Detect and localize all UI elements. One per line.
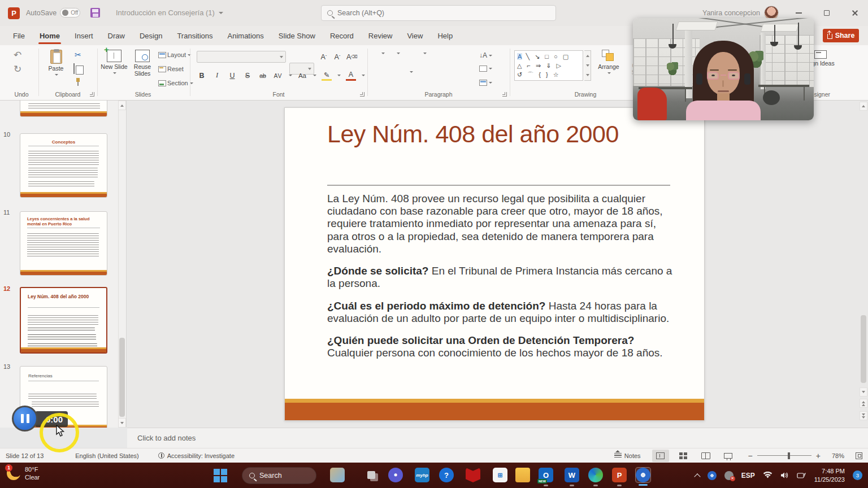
font-color-button[interactable]: A [346,70,356,81]
office-search-box[interactable] [321,5,556,21]
text-direction-button[interactable]: ↓A [479,51,492,59]
strikethrough-button[interactable]: S [242,70,253,81]
powerpoint-logo-icon[interactable]: P [8,7,20,19]
slide-12[interactable]: Ley Núm. 408 del año 2000 La Ley Núm. 40… [284,107,705,421]
volume-icon[interactable] [780,472,789,479]
thumbnail-scroll-up-button[interactable] [118,101,126,110]
tab-insert[interactable]: Insert [67,26,101,45]
wifi-icon[interactable] [763,472,772,479]
notification-badge[interactable]: 3 [853,470,862,480]
canvas-scrollbar[interactable] [860,101,868,428]
grow-font-button[interactable]: Aˆ [319,51,329,62]
shapes-gallery[interactable]: A ╲ ↘ □ ○ ▢ △ ⌐ ⇒ ⇓ ▷ ↺ ⌒ { } ☆ [514,50,583,81]
underline-button[interactable]: U [227,70,237,81]
tab-help[interactable]: Help [430,26,460,45]
autosave-toggle[interactable]: Off [60,8,80,18]
zoom-out-button[interactable]: − [748,451,753,460]
thumbnail-slide-9-partial[interactable] [20,101,107,117]
document-title[interactable]: Introducción en Consejería (1) [116,8,223,17]
normal-view-button[interactable] [652,450,669,462]
font-name-combo[interactable] [197,51,286,63]
undo-icon[interactable]: ↶ [14,50,21,60]
bold-button[interactable]: B [197,70,207,81]
font-dialog-launcher[interactable] [360,92,364,97]
copy-icon[interactable] [73,64,75,74]
canvas-scroll-up-button[interactable] [860,102,867,111]
align-text-button[interactable] [479,66,492,72]
tray-recorder-icon[interactable] [708,471,717,480]
user-name[interactable]: Yanira concepcion [702,9,760,17]
clipboard-dialog-launcher[interactable] [90,92,94,97]
start-button[interactable] [214,469,227,482]
new-slide-button[interactable]: New Slide [101,50,128,74]
notes-pane[interactable]: Click to add notes [127,428,868,448]
taskbar-app-duo[interactable]: ⏺ [388,467,403,483]
canvas-scroll-thumb[interactable] [861,315,866,383]
thumbnail-slide-10[interactable]: Conceptos [20,133,107,198]
share-button[interactable]: Share [823,29,859,42]
taskbar-app-get-help[interactable]: ? [439,467,454,483]
tab-record[interactable]: Record [323,26,361,45]
taskbar-app-file-explorer[interactable] [515,467,531,483]
taskbar-app-outlook[interactable]: O NEW [538,467,554,483]
text-highlight-button[interactable]: ✎ [322,70,332,81]
tab-draw[interactable]: Draw [101,26,132,45]
zoom-slider[interactable] [757,455,811,456]
slide-indicator[interactable]: Slide 12 of 13 [0,452,49,459]
pen-input-icon[interactable] [797,472,806,479]
shrink-font-button[interactable]: Aˇ [332,51,342,62]
cut-icon[interactable]: ✂ [75,51,81,59]
thumbnail-slide-11[interactable]: Leyes concernientes a la salud mental en… [20,211,107,276]
tab-view[interactable]: View [400,26,430,45]
paste-button[interactable]: Paste [44,50,68,76]
fit-slide-button[interactable] [850,452,868,459]
redo-icon[interactable]: ↻ [14,64,21,74]
section-button[interactable]: Section [158,80,193,86]
webcam-overlay[interactable] [633,18,814,120]
canvas-scroll-down-button[interactable] [860,387,867,396]
close-button[interactable] [847,7,863,19]
layout-button[interactable]: Layout [158,51,191,58]
tab-home[interactable]: Home [32,26,67,45]
thumbnail-scroll-down-button[interactable] [118,418,126,428]
accessibility-status[interactable]: Accessibility: Investigate [153,452,240,459]
reading-view-button[interactable] [697,450,714,462]
tab-slide-show[interactable]: Slide Show [271,26,323,45]
italic-button[interactable]: I [212,70,222,81]
tray-mcafee-icon[interactable]: ✕ [724,471,734,480]
slide-sorter-view-button[interactable] [675,450,692,462]
taskbar-app-myhp[interactable]: myhp [414,467,430,483]
reset-button[interactable]: Reset [158,66,184,72]
shapes-scroll-arrows[interactable] [584,50,591,81]
tab-animations[interactable]: Animations [220,26,271,45]
thumbnail-scroll-thumb[interactable] [119,338,125,417]
autosave-control[interactable]: AutoSave Off [26,8,80,18]
notes-toggle-button[interactable]: Notes [609,452,646,459]
taskbar-app-edge[interactable] [588,467,604,483]
maximize-button[interactable] [818,7,835,19]
taskbar-app-mcafee[interactable] [465,467,481,483]
smartart-button[interactable] [479,80,492,86]
taskbar-clock[interactable]: 7:48 PM 11/25/2023 [814,467,845,484]
taskbar-app-desktop[interactable] [329,467,345,483]
change-case-button[interactable]: Aa [297,70,307,81]
taskbar-app-word[interactable]: W [564,467,580,483]
strikethrough2-button[interactable]: ab [258,70,268,81]
taskbar-app-recorder-active[interactable] [635,467,651,483]
tray-expand-icon[interactable] [694,473,700,480]
character-spacing-button[interactable]: AV [273,70,283,81]
tab-design[interactable]: Design [132,26,170,45]
slide-title[interactable]: Ley Núm. 408 del año 2000 [327,120,678,148]
tab-transitions[interactable]: Transitions [170,26,220,45]
thumbnail-slide-12-selected[interactable]: Ley Núm. 408 del año 2000 [20,287,107,354]
zoom-in-button[interactable]: + [816,451,821,460]
paragraph-dialog-launcher[interactable] [502,92,507,97]
search-input[interactable] [337,9,550,17]
taskbar-app-store[interactable]: ⊞ [492,467,508,483]
previous-slide-button[interactable] [860,399,867,408]
input-language-indicator[interactable]: ESP [741,472,755,480]
clear-formatting-button[interactable]: A⌫ [346,51,358,62]
arrange-button[interactable]: Arrange [594,50,623,74]
task-view-icon[interactable] [363,467,379,483]
slideshow-view-button[interactable] [720,450,737,462]
